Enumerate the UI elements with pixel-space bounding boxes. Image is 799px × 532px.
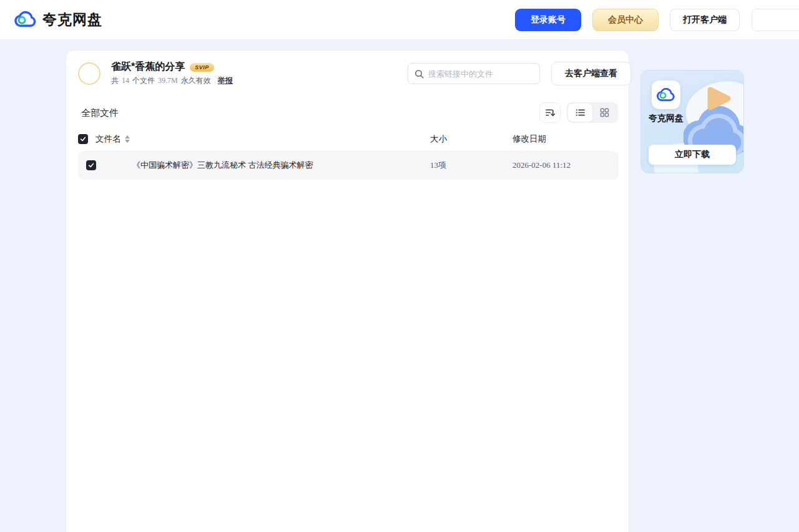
quark-cloud-logo-icon [656, 85, 676, 105]
validity-label: 永久有效 [181, 75, 211, 86]
file-size: 13项 [430, 160, 512, 171]
file-search-box[interactable] [408, 63, 540, 84]
all-files-title: 全部文件 [81, 107, 119, 119]
total-size: 39.7M [158, 76, 178, 85]
sort-button[interactable] [539, 102, 561, 123]
view-in-client-button[interactable]: 去客户端查看 [551, 62, 631, 85]
file-row[interactable]: 《中国骗术解密》三教九流秘术 古法经典骗术解密 13项 2026-02-06 1… [78, 151, 619, 180]
quark-cloud-logo-icon [14, 7, 37, 31]
promo-app-icon [652, 80, 680, 109]
report-link[interactable]: 举报 [218, 75, 233, 86]
view-mode-segmented-control [567, 102, 618, 123]
meta-prefix: 共 [111, 75, 119, 86]
column-header-modified[interactable]: 修改日期 [512, 133, 619, 145]
select-all-checkbox[interactable] [78, 134, 88, 144]
file-name[interactable]: 《中国骗术解密》三教九流秘术 古法经典骗术解密 [132, 160, 313, 171]
list-view-icon [575, 107, 586, 118]
check-icon [88, 162, 94, 168]
search-icon [414, 69, 424, 79]
search-input[interactable] [428, 69, 533, 79]
share-meta: 共 14 个文件 39.7M 永久有效 举报 [111, 75, 233, 86]
promo-app-name: 夸克网盘 [649, 113, 684, 124]
column-header-size[interactable]: 大小 [430, 133, 512, 145]
download-now-button[interactable]: 立即下载 [649, 145, 736, 165]
sort-icon [545, 107, 556, 118]
svip-badge: SVIP [190, 63, 214, 72]
check-icon [80, 136, 86, 142]
promo-play-triangle-icon [704, 85, 733, 112]
grid-view-toggle[interactable] [592, 104, 617, 122]
file-table-header: 文件名 大小 修改日期 [78, 131, 619, 147]
file-count: 14 [122, 76, 129, 85]
share-header: 雀跃*香蕉的分享 SVIP 共 14 个文件 39.7M 永久有效 举报 去客户… [78, 62, 619, 87]
open-client-button[interactable]: 打开客户端 [670, 9, 740, 31]
app-download-promo-card[interactable]: 夸克网盘 立即下载 [640, 70, 744, 173]
list-view-toggle[interactable] [568, 104, 592, 122]
owner-avatar [78, 62, 100, 85]
grid-view-icon [599, 107, 610, 118]
member-center-button[interactable]: 会员中心 [592, 9, 659, 31]
name-sort-arrows-icon[interactable] [125, 135, 130, 143]
meta-unit: 个文件 [132, 75, 155, 86]
empty-top-button[interactable] [752, 9, 799, 31]
brand-name: 夸克网盘 [42, 10, 102, 29]
column-header-name[interactable]: 文件名 [96, 133, 121, 145]
row-checkbox[interactable] [86, 160, 96, 170]
login-button[interactable]: 登录账号 [515, 9, 581, 31]
file-modified-date: 2026-02-06 11:12 [512, 160, 619, 170]
share-content-card: 雀跃*香蕉的分享 SVIP 共 14 个文件 39.7M 永久有效 举报 去客户… [66, 50, 629, 532]
folder-icon-placeholder [104, 155, 132, 175]
share-owner-title: 雀跃*香蕉的分享 [111, 60, 185, 74]
brand-logo-group[interactable]: 夸克网盘 [14, 7, 102, 31]
top-header-bar: 夸克网盘 登录账号 会员中心 打开客户端 [0, 0, 799, 40]
